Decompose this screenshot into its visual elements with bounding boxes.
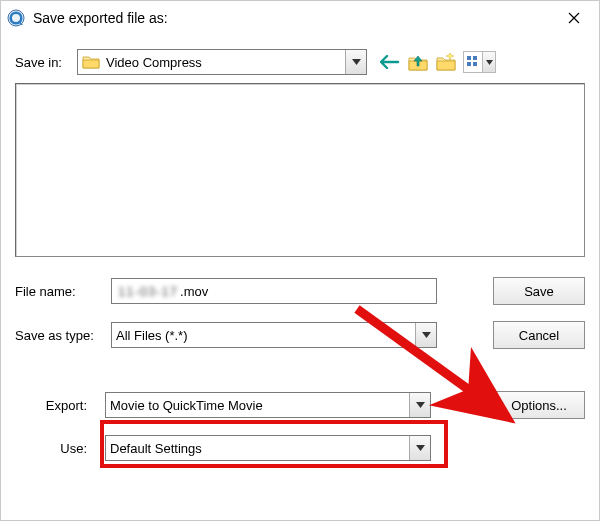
quicktime-app-icon [7, 9, 25, 27]
options-button[interactable]: Options... [493, 391, 585, 419]
svg-rect-2 [467, 56, 471, 60]
export-value: Movie to QuickTime Movie [110, 398, 409, 413]
view-mode-drop-icon[interactable] [482, 52, 495, 72]
export-dropdown-icon[interactable] [409, 393, 430, 417]
export-combo[interactable]: Movie to QuickTime Movie [105, 392, 431, 418]
saveastype-row: Save as type: All Files (*.*) Cancel [15, 321, 585, 349]
titlebar: Save exported file as: [1, 1, 599, 35]
svg-rect-5 [473, 62, 477, 66]
file-list-pane[interactable] [15, 83, 585, 257]
save-in-value: Video Compress [106, 55, 345, 70]
filename-label: File name: [15, 284, 111, 299]
use-label: Use: [15, 441, 105, 456]
cancel-button[interactable]: Cancel [493, 321, 585, 349]
filename-input[interactable]: 11-03-17.mov [111, 278, 437, 304]
filename-value-suffix: .mov [180, 284, 208, 299]
export-label: Export: [15, 398, 105, 413]
export-row: Export: Movie to QuickTime Movie Options… [15, 391, 585, 419]
folder-icon [82, 54, 100, 70]
svg-rect-4 [467, 62, 471, 66]
saveastype-label: Save as type: [15, 328, 111, 343]
use-combo[interactable]: Default Settings [105, 435, 431, 461]
close-button[interactable] [551, 2, 597, 34]
new-folder-icon[interactable] [435, 51, 457, 73]
options-button-label: Options... [511, 398, 567, 413]
view-mode-button[interactable] [463, 51, 496, 73]
view-mode-icon [464, 55, 482, 69]
svg-rect-3 [473, 56, 477, 60]
export-section: Export: Movie to QuickTime Movie Options… [15, 391, 585, 461]
saveastype-combo[interactable]: All Files (*.*) [111, 322, 437, 348]
up-one-level-icon[interactable] [407, 51, 429, 73]
use-value: Default Settings [110, 441, 409, 456]
save-button-label: Save [524, 284, 554, 299]
filename-row: File name: 11-03-17.mov Save [15, 277, 585, 305]
nav-toolbar [379, 51, 496, 73]
cancel-button-label: Cancel [519, 328, 559, 343]
back-icon[interactable] [379, 51, 401, 73]
window-title: Save exported file as: [33, 10, 551, 26]
filename-value-blurred: 11-03-17 [118, 284, 178, 299]
save-button[interactable]: Save [493, 277, 585, 305]
saveastype-value: All Files (*.*) [116, 328, 415, 343]
save-in-dropdown-icon[interactable] [345, 50, 366, 74]
use-dropdown-icon[interactable] [409, 436, 430, 460]
save-in-label: Save in: [15, 55, 77, 70]
save-in-row: Save in: Video Compress [15, 49, 585, 75]
dialog-body: Save in: Video Compress [1, 35, 599, 475]
save-dialog-window: Save exported file as: Save in: Video Co… [0, 0, 600, 521]
use-row: Use: Default Settings [15, 435, 585, 461]
saveastype-dropdown-icon[interactable] [415, 323, 436, 347]
save-in-combo[interactable]: Video Compress [77, 49, 367, 75]
